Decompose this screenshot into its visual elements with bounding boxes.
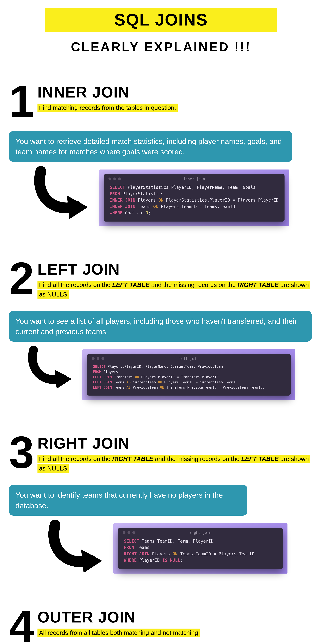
page-title: SQL JOINS <box>45 10 277 29</box>
section-outer_join: 4 OUTER JOIN All records from all tables… <box>9 608 313 644</box>
sql-code: SELECT Teams.TeamID, Team, PlayerID FROM… <box>118 536 283 564</box>
section-inner_join: 1 INNER JOIN Find matching records from … <box>9 82 313 226</box>
scenario-callout: You want to identify teams that currentl… <box>9 485 247 516</box>
section-number: 2 <box>9 260 32 297</box>
section-tagline: Find matching records from the tables in… <box>38 104 178 112</box>
arrow-icon <box>45 520 110 574</box>
sql-code: SELECT Players.PlayerID, PlayerName, Cur… <box>87 362 290 390</box>
scenario-callout: You want to see a list of all players, i… <box>9 311 312 342</box>
code-frame: right_join SELECT Teams.TeamID, Team, Pl… <box>113 523 288 574</box>
page-subtitle: CLEARLY EXPLAINED !!! <box>9 40 313 54</box>
section-number: 3 <box>9 434 32 471</box>
code-title: inner_join <box>104 177 284 181</box>
subtitle-block: CLEARLY EXPLAINED !!! <box>9 40 313 54</box>
code-window: left_join SELECT Players.PlayerID, Playe… <box>87 354 290 396</box>
scenario-callout: You want to retrieve detailed match stat… <box>9 131 292 162</box>
code-title: left_join <box>87 357 290 361</box>
code-window: right_join SELECT Teams.TeamID, Team, Pl… <box>118 528 283 569</box>
section-tagline: Find all the records on the RIGHT TABLE … <box>38 455 310 472</box>
section-right_join: 3 RIGHT JOIN Find all the records on the… <box>9 434 313 574</box>
section-number: 1 <box>9 82 32 120</box>
code-title: right_join <box>118 530 283 535</box>
sql-code: SELECT PlayerStatistics.PlayerID, Player… <box>104 182 284 216</box>
arrow-icon <box>24 346 78 390</box>
section-title: OUTER JOIN <box>38 609 200 625</box>
section-tagline: All records from all tables both matchin… <box>38 628 200 637</box>
section-title: RIGHT JOIN <box>38 436 313 451</box>
section-number: 4 <box>9 608 32 644</box>
section-title: LEFT JOIN <box>38 262 313 277</box>
section-tagline: Find all the records on the LEFT TABLE a… <box>38 281 310 298</box>
code-frame: left_join SELECT Players.PlayerID, Playe… <box>82 349 295 400</box>
arrow-icon <box>31 166 95 220</box>
title-banner: SQL JOINS <box>45 8 277 32</box>
code-window: inner_join SELECT PlayerStatistics.Playe… <box>104 174 284 222</box>
section-left_join: 2 LEFT JOIN Find all the records on the … <box>9 260 313 400</box>
code-frame: inner_join SELECT PlayerStatistics.Playe… <box>99 170 289 226</box>
section-title: INNER JOIN <box>38 84 178 100</box>
